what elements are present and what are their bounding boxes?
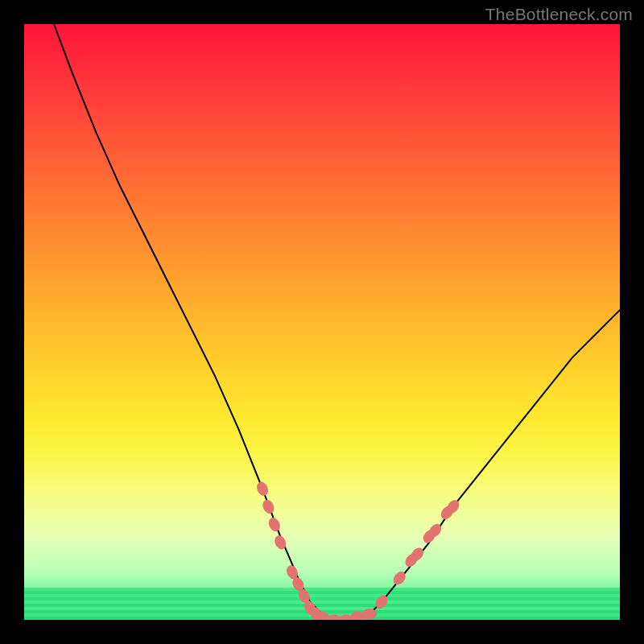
curve-marker [362,609,377,619]
outer-frame: TheBottleneck.com [0,0,644,644]
curve-marker [254,480,270,497]
curve-marker [266,516,282,534]
curve-group [54,24,620,620]
curve-marker [261,497,276,515]
attribution-text: TheBottleneck.com [485,5,633,24]
chart-svg [24,24,620,620]
plot-area [24,24,620,620]
bottleneck-curve [54,24,620,620]
